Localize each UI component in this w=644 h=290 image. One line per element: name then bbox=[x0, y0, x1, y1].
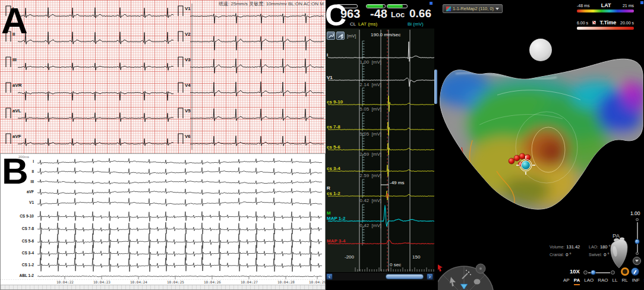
timestamp-label: 10:04:29 bbox=[309, 280, 326, 284]
egm-trace-canvas bbox=[1, 154, 325, 289]
map-icon bbox=[446, 7, 451, 11]
panel-label-a: A bbox=[1, 2, 28, 39]
scrollbar-strip[interactable] bbox=[1, 285, 325, 289]
egm-channel-label: ABL 1-2 bbox=[1, 274, 34, 278]
sweep-speed-label: 190.0 mm/sec bbox=[371, 32, 400, 37]
map-stat: Volume:131.42 bbox=[550, 245, 580, 250]
view-button-pa[interactable]: PA bbox=[574, 278, 580, 285]
scroll-right-button[interactable]: › bbox=[427, 273, 433, 280]
zoom-level-label: 10X bbox=[570, 268, 580, 275]
lat-color-legend: -48 ms LAT 21 ms bbox=[577, 2, 634, 12]
timestamp-label: 10:04:24 bbox=[130, 280, 147, 284]
egm-channel-label: CS 7-8 bbox=[1, 227, 34, 231]
collapse-button[interactable] bbox=[633, 257, 641, 265]
view-button-rl[interactable]: RL bbox=[621, 278, 627, 285]
lat-title: LAT bbox=[601, 2, 611, 8]
trace-amplitude: 0.42 [mV] bbox=[327, 198, 381, 203]
view-button-ll[interactable]: LL bbox=[613, 278, 618, 285]
zoom-in-dot[interactable] bbox=[611, 270, 615, 275]
view-joystick[interactable] bbox=[438, 264, 494, 290]
trace-label: cs 5-6 bbox=[327, 145, 340, 150]
trace-label: MAP 1-2 bbox=[327, 216, 345, 221]
ecg-lead-label: V1 bbox=[185, 6, 191, 11]
amplitude-scale-ruler bbox=[362, 64, 365, 82]
ecg-lead-label: V2 bbox=[185, 31, 191, 37]
amplitude-scale-ruler bbox=[362, 113, 365, 131]
wrench-tool-button[interactable] bbox=[327, 31, 335, 40]
ecg-settings-text: 纸速: 25mm/s 灵敏度: 10mm/mv BL:ON AC:ON M bbox=[219, 1, 324, 7]
record-point-button[interactable] bbox=[621, 267, 629, 276]
scroll-left-button[interactable]: ‹ bbox=[326, 273, 333, 280]
timestamp-label: 10:04:27 bbox=[241, 280, 258, 284]
scale-value-label: 1.00 bbox=[630, 210, 640, 216]
map-stat: Swivel:0 ° bbox=[589, 253, 609, 257]
trace-label: cs 7-8 bbox=[327, 125, 340, 130]
lat-max-label: 21 ms bbox=[623, 4, 634, 8]
lat-value: -48 bbox=[370, 8, 387, 20]
axis-zero-label: 0 sec bbox=[390, 262, 401, 267]
ecg-lead-label: V4 bbox=[185, 83, 191, 88]
amplitude-scale-ruler bbox=[362, 204, 365, 223]
stat-value: 180 ° bbox=[600, 244, 611, 250]
axis-start-label: -200 bbox=[345, 254, 354, 260]
slider-bottom-dot[interactable] bbox=[636, 252, 639, 255]
map-tab-label: 1-1-ReMap2 (110, 0) bbox=[453, 6, 494, 11]
ttime-min-label: 6.00 s bbox=[577, 21, 588, 25]
panel-label-b: B bbox=[2, 153, 29, 190]
panel-label-c: C bbox=[325, 1, 346, 30]
timestamp-label: 10:04:26 bbox=[204, 280, 221, 284]
trace-label: I bbox=[327, 53, 328, 58]
timestamp-label: 10:04:23 bbox=[93, 280, 111, 284]
map-tab[interactable]: 1-1-ReMap2 (110, 0) bbox=[443, 4, 503, 13]
figure-composite: IIIIIIaVRaVLaVFV1V2V3V4V5V6 纸速: 25mm/s 灵… bbox=[0, 0, 644, 290]
ecg-trace-canvas: IIIIIIaVRaVLaVFV1V2V3V4V5V6 bbox=[0, 0, 326, 153]
edit-tool-button[interactable] bbox=[631, 267, 639, 276]
annotation-marker: M bbox=[327, 211, 331, 216]
timestamp-label: 10:04:25 bbox=[167, 280, 184, 284]
ttime-title: T.Time bbox=[599, 20, 616, 26]
egm-channel-label: CS 9-10 bbox=[1, 215, 34, 219]
vertical-slider-handle[interactable] bbox=[634, 239, 640, 244]
ttime-icon bbox=[592, 21, 596, 24]
loc-label: Loc bbox=[391, 10, 405, 19]
map-canvas bbox=[438, 0, 644, 290]
panel-3d-map: 1-1-ReMap2 (110, 0) -48 ms LAT 21 ms 6.0… bbox=[438, 0, 644, 290]
trace-label: cs 1-2 bbox=[327, 191, 340, 196]
panel-b-intracardiac-egm: 200ms B IIIIIIaVFV1CS 9-10CS 7-8CS 5-6CS… bbox=[0, 153, 326, 290]
wrench-cursor-tool-button[interactable] bbox=[336, 31, 345, 40]
zoom-out-dot[interactable] bbox=[583, 270, 588, 275]
orientation-label: PA bbox=[613, 232, 620, 239]
map-stat: Cranial:0 ° bbox=[550, 253, 571, 257]
ecg-lead-label: V5 bbox=[185, 108, 191, 114]
view-button-rao[interactable]: RAO bbox=[598, 278, 608, 285]
trace-amplitude: 2.59 [mV] bbox=[327, 174, 381, 178]
horizontal-scrollbar-thumb[interactable] bbox=[386, 274, 424, 279]
cardiac-map-3d[interactable] bbox=[438, 59, 644, 209]
trace-label: cs 9-10 bbox=[327, 100, 343, 105]
view-button-ap[interactable]: AP bbox=[563, 278, 570, 285]
ecg-lead-label: aVL bbox=[12, 108, 21, 114]
timestamp-label: 10:04:28 bbox=[277, 280, 295, 284]
vertical-scrollbar-thumb[interactable] bbox=[434, 70, 437, 104]
stat-value: 131.42 bbox=[566, 244, 580, 250]
stat-label: LAO: bbox=[589, 245, 598, 249]
view-button-lao[interactable]: LAO bbox=[584, 278, 594, 285]
zoom-slider-handle[interactable] bbox=[591, 270, 596, 275]
bi-mv-label: Bi (mV) bbox=[408, 21, 424, 27]
window-indicator-dot bbox=[640, 1, 643, 4]
egm-channel-label: V1 bbox=[1, 201, 34, 205]
caliper-measurement-label: -49 ms bbox=[390, 180, 404, 185]
amplitude-scale-ruler bbox=[362, 179, 365, 198]
vertical-slider-track[interactable] bbox=[637, 222, 638, 253]
bi-progress-bar bbox=[387, 4, 408, 8]
trace-label: cs 3-4 bbox=[327, 166, 340, 171]
amplitude-scale-ruler bbox=[362, 88, 365, 106]
slider-top-dot[interactable] bbox=[636, 218, 639, 221]
view-button-inf[interactable]: INF bbox=[632, 278, 640, 285]
amplitude-scale-ruler bbox=[362, 227, 365, 245]
stat-label: Cranial: bbox=[550, 253, 564, 257]
ttime-gradient-bar bbox=[577, 27, 634, 30]
reference-ball-marker bbox=[529, 39, 552, 61]
lat-min-label: -48 ms bbox=[577, 4, 589, 8]
ecg-lead-label: III bbox=[12, 57, 17, 62]
